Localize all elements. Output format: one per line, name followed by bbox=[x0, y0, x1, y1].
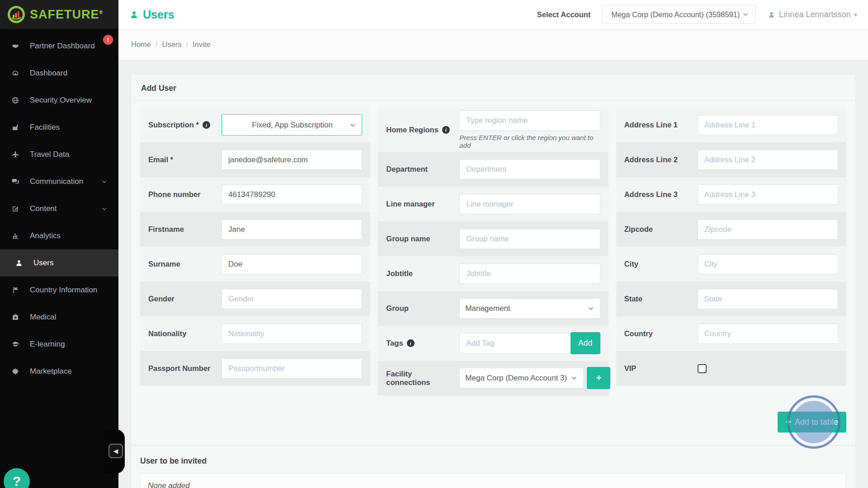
city-label: City bbox=[624, 260, 638, 268]
breadcrumb-users[interactable]: Users bbox=[162, 40, 181, 49]
add-to-table-button[interactable]: + Add to table bbox=[778, 412, 846, 432]
info-icon[interactable]: i bbox=[442, 126, 450, 134]
invited-list: None added bbox=[140, 473, 846, 488]
firstname-input[interactable] bbox=[222, 219, 362, 239]
factory-icon bbox=[11, 123, 19, 131]
zipcode-input[interactable] bbox=[698, 219, 838, 239]
user-icon bbox=[768, 11, 775, 19]
sidebar-item-label: E-learning bbox=[30, 340, 65, 349]
globe-icon bbox=[11, 96, 19, 104]
sidebar-item-communication[interactable]: Communication bbox=[0, 168, 118, 195]
department-input[interactable] bbox=[459, 159, 600, 179]
sidebar-item-label: Analytics bbox=[30, 231, 61, 240]
subscription-select[interactable]: Fixed, App Subscription bbox=[222, 114, 362, 136]
sidebar-item-users[interactable]: Users bbox=[0, 249, 118, 277]
breadcrumb-separator: / bbox=[186, 41, 188, 49]
help-button[interactable]: ? bbox=[4, 468, 30, 488]
chevron-down-icon bbox=[587, 305, 594, 312]
home-regions-input[interactable] bbox=[459, 110, 600, 131]
email-input[interactable] bbox=[222, 150, 362, 170]
select-account-label: Select Account bbox=[537, 10, 591, 19]
breadcrumb-home[interactable]: Home bbox=[131, 40, 151, 49]
sidebar-item-content[interactable]: Content bbox=[0, 195, 118, 222]
sidebar-item-label: Marketplace bbox=[30, 367, 72, 376]
group-label: Group bbox=[386, 304, 409, 313]
gender-input[interactable] bbox=[222, 289, 362, 309]
account-select[interactable]: Mega Corp (Demo Account) (3598591) bbox=[602, 5, 756, 24]
gender-label: Gender bbox=[148, 295, 175, 303]
page-content: Add User Subscription *iFixed, App Subsc… bbox=[118, 61, 868, 488]
nationality-input[interactable] bbox=[222, 324, 362, 344]
breadcrumb-separator: / bbox=[156, 41, 157, 49]
brand-logo[interactable]: SAFETURE® bbox=[0, 0, 118, 29]
sidebar-item-label: Dashboard bbox=[30, 69, 67, 78]
address-line-2-input[interactable] bbox=[698, 150, 838, 170]
address-line-3-input[interactable] bbox=[698, 184, 838, 205]
address-line-2-label: Address Line 2 bbox=[624, 155, 678, 164]
sidebar-item-label: Country Information bbox=[30, 286, 97, 295]
form-row-passport-number: Passport Number bbox=[140, 351, 370, 386]
state-label: State bbox=[624, 295, 642, 303]
sidebar-item-security-overview[interactable]: Security Overview bbox=[0, 87, 118, 114]
facility-connections-select[interactable]: Mega Corp (Demo Account 3) bbox=[459, 368, 584, 388]
city-input[interactable] bbox=[698, 254, 838, 274]
sidebar-item-marketplace[interactable]: Marketplace bbox=[0, 358, 118, 385]
phone-number-input[interactable] bbox=[222, 184, 362, 205]
vip-label: VIP bbox=[624, 364, 637, 373]
sidebar-item-partner-dashboard[interactable]: Partner Dashboard! bbox=[0, 33, 118, 60]
invited-title: User to be invited bbox=[140, 456, 846, 466]
facility-connections-add-button[interactable]: + bbox=[587, 367, 610, 389]
form-row-zipcode: Zipcode bbox=[616, 212, 846, 247]
sidebar-item-travel-data[interactable]: Travel Data bbox=[0, 141, 118, 168]
tags-add-button[interactable]: Add bbox=[571, 332, 600, 354]
user-name: Linnea Lennartsson bbox=[779, 10, 850, 19]
sidebar-item-dashboard[interactable]: Dashboard bbox=[0, 60, 118, 87]
form-row-email: Email * bbox=[140, 142, 370, 177]
caret-down-icon: ▾ bbox=[854, 11, 857, 18]
home-regions-helper-text: Press ENTER or click the region you want… bbox=[459, 134, 600, 149]
country-label: Country bbox=[624, 329, 653, 338]
account-select-value: Mega Corp (Demo Account) (3598591) bbox=[609, 10, 742, 19]
add-user-form: Subscription *iFixed, App SubscriptionEm… bbox=[131, 101, 855, 395]
sidebar-item-label: Security Overview bbox=[30, 96, 92, 105]
department-label: Department bbox=[386, 165, 428, 174]
jobtitle-input[interactable] bbox=[459, 263, 600, 284]
user-menu[interactable]: Linnea Lennartsson ▾ bbox=[768, 10, 857, 19]
jobtitle-label: Jobtitle bbox=[386, 269, 413, 278]
form-row-nationality: Nationality bbox=[140, 316, 370, 351]
form-row-firstname: Firstname bbox=[140, 212, 370, 247]
subscription-label: Subscription * bbox=[148, 121, 199, 129]
sidebar-item-country-information[interactable]: Country Information bbox=[0, 277, 118, 304]
group-select[interactable]: Management bbox=[459, 298, 600, 319]
form-row-state: State bbox=[616, 282, 846, 316]
address-line-1-input[interactable] bbox=[698, 115, 838, 135]
group-name-input[interactable] bbox=[459, 229, 600, 249]
chevron-down-icon bbox=[742, 11, 749, 18]
handshake-icon bbox=[11, 42, 19, 50]
sidebar-nav: Partner Dashboard!DashboardSecurity Over… bbox=[0, 29, 118, 385]
sidebar-item-label: Communication bbox=[30, 177, 83, 186]
sidebar-collapse-button[interactable]: ◀ bbox=[108, 444, 123, 458]
country-input[interactable] bbox=[698, 324, 838, 344]
sidebar-item-medical[interactable]: Medical bbox=[0, 304, 118, 331]
group-name-label: Group name bbox=[386, 235, 430, 243]
graduation-cap-icon bbox=[11, 340, 19, 348]
sidebar-item-label: Content bbox=[30, 204, 57, 213]
sidebar-item-e-learning[interactable]: E-learning bbox=[0, 331, 118, 358]
state-input[interactable] bbox=[698, 289, 838, 309]
sidebar-item-facilities[interactable]: Facilities bbox=[0, 114, 118, 141]
nationality-label: Nationality bbox=[148, 329, 186, 338]
sidebar-item-analytics[interactable]: Analytics bbox=[0, 222, 118, 249]
vip-checkbox[interactable] bbox=[698, 364, 707, 373]
info-icon[interactable]: i bbox=[407, 339, 415, 347]
info-icon[interactable]: i bbox=[203, 121, 210, 129]
breadcrumb-invite: Invite bbox=[193, 40, 210, 49]
bar-chart-icon bbox=[11, 232, 19, 240]
gauge-icon bbox=[11, 69, 19, 77]
surname-input[interactable] bbox=[222, 254, 362, 274]
tags-input[interactable] bbox=[459, 333, 571, 353]
passport-number-input[interactable] bbox=[222, 358, 362, 379]
form-row-department: Department bbox=[378, 152, 608, 187]
line-manager-input[interactable] bbox=[459, 194, 600, 214]
form-row-address-line-1: Address Line 1 bbox=[616, 108, 846, 142]
